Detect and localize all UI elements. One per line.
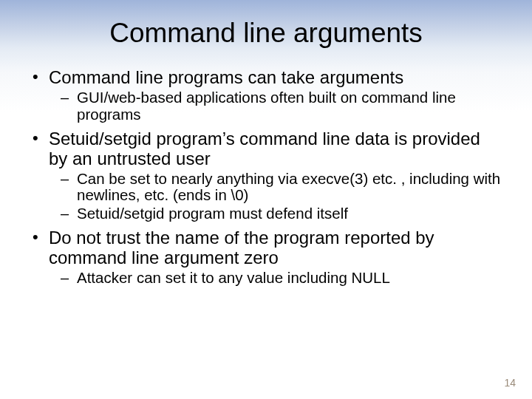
sub-item: Attacker can set it to any value includi…: [59, 270, 502, 287]
bullet-item: Command line programs can take arguments…: [30, 68, 502, 123]
page-number: 14: [504, 377, 516, 389]
bullet-item: Setuid/setgid program’s command line dat…: [30, 129, 502, 223]
sub-text: Attacker can set it to any value includi…: [77, 269, 390, 286]
slide-title: Command line arguments: [30, 18, 502, 49]
sub-item: GUI/web-based applications often built o…: [59, 89, 502, 123]
bullet-text: Setuid/setgid program’s command line dat…: [49, 129, 480, 168]
sub-item: Setuid/setgid program must defend itself: [59, 205, 502, 222]
sub-text: GUI/web-based applications often built o…: [77, 89, 456, 123]
bullet-list: Command line programs can take arguments…: [30, 68, 502, 287]
sub-list: GUI/web-based applications often built o…: [49, 89, 502, 123]
bullet-text: Command line programs can take arguments: [49, 67, 403, 87]
sub-item: Can be set to nearly anything via execve…: [59, 171, 502, 205]
sub-list: Attacker can set it to any value includi…: [49, 270, 502, 287]
slide: Command line arguments Command line prog…: [0, 0, 532, 399]
sub-text: Can be set to nearly anything via execve…: [77, 170, 500, 204]
sub-text: Setuid/setgid program must defend itself: [77, 205, 348, 222]
bullet-item: Do not trust the name of the program rep…: [30, 228, 502, 287]
sub-list: Can be set to nearly anything via execve…: [49, 171, 502, 223]
bullet-text: Do not trust the name of the program rep…: [49, 228, 434, 267]
